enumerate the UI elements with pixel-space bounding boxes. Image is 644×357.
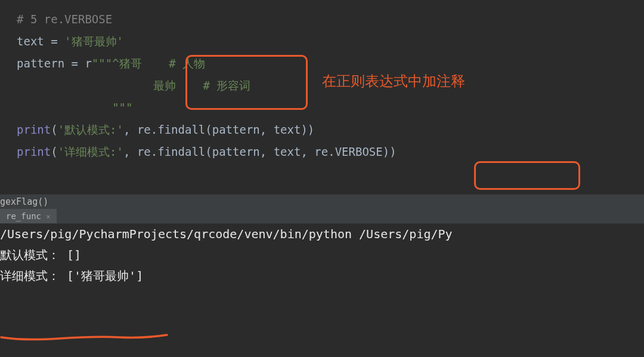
string-literal: '默认模式:' (58, 123, 123, 136)
close-icon[interactable]: × (46, 212, 51, 221)
arg-text: text (274, 145, 301, 158)
run-panel: gexFlag() re_func × /Users/pig/PycharmPr… (0, 194, 644, 287)
eq: = (44, 35, 64, 48)
console-line: 详细模式： ['猪哥最帅'] (0, 266, 644, 287)
call-findall: re.findall(pattern (137, 145, 260, 158)
console-tabs: re_func × (0, 209, 644, 224)
paren: ( (51, 145, 57, 158)
comma: , (123, 145, 137, 158)
call-findall: re.findall(pattern (137, 123, 260, 136)
string-literal: """^猪哥 # 人物 (92, 57, 205, 70)
tab-re-func[interactable]: re_func × (0, 209, 57, 223)
comma: , (123, 123, 137, 136)
print-call: print (17, 145, 51, 158)
annotation-underline (0, 330, 179, 348)
code-editor[interactable]: # 5 re.VERBOSE text = '猪哥最帅' pattern = r… (0, 0, 644, 171)
tab-label: re_func (6, 211, 41, 221)
arg-text: text)) (274, 123, 315, 136)
console-line: 默认模式： [] (0, 245, 644, 266)
var-pattern: pattern (17, 57, 64, 70)
re-verbose-flag: re.VERBOSE)) (314, 145, 396, 158)
console-line: /Users/pig/PycharmProjects/qrcode/venv/b… (0, 224, 644, 245)
console-output[interactable]: /Users/pig/PycharmProjects/qrcode/venv/b… (0, 224, 644, 287)
string-literal: 最帅 # 形容词 (17, 79, 250, 92)
comment-line: # 5 re.VERBOSE (17, 13, 112, 26)
string-literal: '详细模式:' (58, 145, 123, 158)
run-context: gexFlag() (0, 194, 644, 209)
comma: , (260, 123, 274, 136)
paren: ( (51, 123, 57, 136)
string-literal: '猪哥最帅' (64, 35, 123, 48)
print-call: print (17, 123, 51, 136)
string-literal: """ (17, 101, 132, 114)
var-text: text (17, 35, 44, 48)
comma: , (301, 145, 314, 158)
eq: = (64, 57, 85, 70)
raw-prefix: r (85, 57, 91, 70)
comma: , (260, 145, 274, 158)
